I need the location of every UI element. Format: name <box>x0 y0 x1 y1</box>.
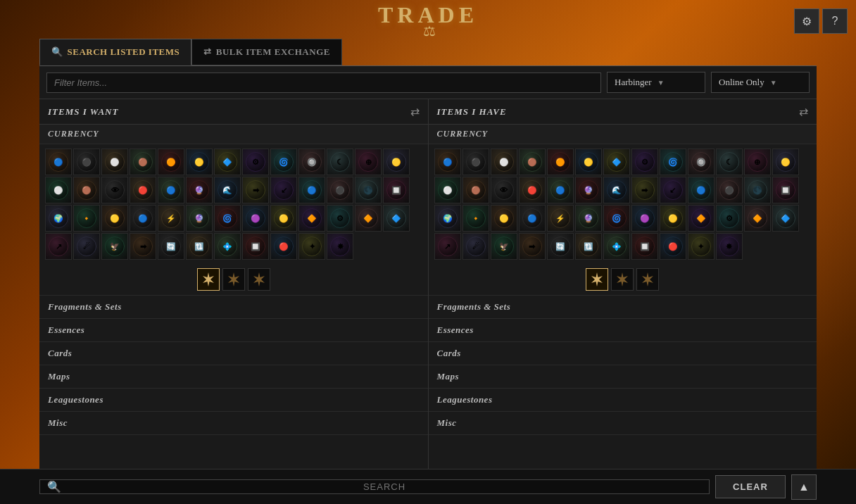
currency-item[interactable]: 🔘 <box>298 149 325 175</box>
currency-item[interactable]: ➡ <box>242 177 269 203</box>
currency-item[interactable]: 💠 <box>214 233 241 260</box>
currency-item[interactable]: ✦ <box>298 233 325 260</box>
currency-item[interactable]: 🟣 <box>631 205 658 232</box>
currency-item[interactable]: ⊕ <box>355 149 382 175</box>
currency-item[interactable]: ➡ <box>631 177 658 203</box>
currency-item[interactable]: 🟡 <box>772 149 799 175</box>
currency-item[interactable]: 🟣 <box>242 205 269 232</box>
currency-item[interactable]: ⚡ <box>158 205 184 232</box>
help-button[interactable]: ? <box>822 8 848 34</box>
currency-item[interactable]: 🟤 <box>130 149 156 175</box>
scroll-top-button[interactable]: ▲ <box>791 474 817 500</box>
currency-item[interactable]: 🌀 <box>214 205 241 232</box>
clear-button[interactable]: Clear <box>715 475 786 498</box>
currency-item[interactable]: 🔃 <box>575 233 602 260</box>
currency-item[interactable]: 🌍 <box>45 205 72 232</box>
currency-item[interactable]: 🔮 <box>186 177 213 203</box>
currency-item[interactable]: 🟡 <box>491 205 517 232</box>
left-cat-fragments[interactable]: Fragments & Sets <box>39 296 428 319</box>
left-pager-dot[interactable] <box>197 268 220 291</box>
currency-item[interactable]: 🔮 <box>575 177 602 203</box>
currency-item[interactable]: ⚪ <box>101 149 128 175</box>
currency-item[interactable]: ☾ <box>327 149 353 175</box>
currency-item[interactable]: ✦ <box>688 233 715 260</box>
right-cat-cards[interactable]: Cards <box>429 342 817 365</box>
left-swap-icon[interactable]: ⇄ <box>410 105 420 118</box>
currency-item[interactable]: 🟠 <box>547 149 574 175</box>
currency-item[interactable]: 🔶 <box>298 205 325 232</box>
currency-item[interactable]: ✸ <box>716 233 743 260</box>
currency-item[interactable]: ⚪ <box>434 177 461 203</box>
currency-item[interactable]: 🔸 <box>462 205 489 232</box>
currency-item[interactable]: 🔄 <box>547 233 574 260</box>
filter-input[interactable] <box>46 73 601 93</box>
currency-item[interactable]: 🔶 <box>744 205 771 232</box>
currency-item[interactable]: 💠 <box>603 233 630 260</box>
currency-item[interactable]: 🔲 <box>772 177 799 203</box>
currency-item[interactable]: 🌀 <box>603 205 630 232</box>
currency-item[interactable]: ⚙ <box>327 205 353 232</box>
left-cat-maps[interactable]: Maps <box>39 365 428 389</box>
currency-item[interactable]: 🟠 <box>158 149 184 175</box>
search-input[interactable] <box>67 481 702 492</box>
currency-item[interactable]: 🌊 <box>214 177 241 203</box>
settings-button[interactable]: ⚙ <box>794 8 819 34</box>
currency-item[interactable]: 🟡 <box>575 149 602 175</box>
currency-item[interactable]: ↗ <box>434 233 461 260</box>
currency-item[interactable]: ↙ <box>660 177 686 203</box>
currency-item[interactable]: ➡ <box>519 233 546 260</box>
right-swap-icon[interactable]: ⇄ <box>799 105 808 118</box>
league-dropdown[interactable]: Harbinger ▼ <box>607 72 705 93</box>
left-cat-cards[interactable]: Cards <box>39 342 428 365</box>
left-pager-dot[interactable] <box>222 268 245 291</box>
currency-item[interactable]: ☾ <box>716 149 743 175</box>
currency-item[interactable]: 🟤 <box>73 177 100 203</box>
currency-item[interactable]: 🔲 <box>242 233 269 260</box>
currency-item[interactable]: ⚙ <box>716 205 743 232</box>
currency-item[interactable]: 🔴 <box>130 177 156 203</box>
currency-item[interactable]: ☄ <box>73 233 100 260</box>
currency-item[interactable]: 🔵 <box>130 205 156 232</box>
left-cat-leaguestones[interactable]: Leaguestones <box>39 389 428 412</box>
tab-search-listed-items[interactable]: 🔍 Search Listed Items <box>39 39 191 65</box>
left-pager-dot[interactable] <box>248 268 270 291</box>
currency-item[interactable]: 🔷 <box>603 149 630 175</box>
currency-item[interactable]: 🔮 <box>186 205 213 232</box>
currency-item[interactable]: 🟡 <box>270 205 297 232</box>
currency-item[interactable]: 🔵 <box>547 177 574 203</box>
currency-item[interactable]: 🦅 <box>101 233 128 260</box>
currency-item[interactable]: 🔘 <box>688 149 715 175</box>
currency-item[interactable]: 🟡 <box>186 149 213 175</box>
currency-item[interactable]: 🔶 <box>355 205 382 232</box>
right-cat-essences[interactable]: Essences <box>429 319 817 342</box>
currency-item[interactable]: 🦅 <box>491 233 517 260</box>
currency-item[interactable]: 🌑 <box>744 177 771 203</box>
currency-item[interactable]: ⚪ <box>45 177 72 203</box>
currency-item[interactable]: 🔸 <box>73 205 100 232</box>
currency-item[interactable]: 🌊 <box>603 177 630 203</box>
currency-item[interactable]: 👁 <box>491 177 517 203</box>
currency-item[interactable]: 🌀 <box>660 149 686 175</box>
tab-bulk-item-exchange[interactable]: ⇄ Bulk Item Exchange <box>191 39 342 65</box>
right-cat-fragments[interactable]: Fragments & Sets <box>429 296 817 319</box>
currency-item[interactable]: ✸ <box>327 233 353 260</box>
currency-item[interactable]: ⚫ <box>716 177 743 203</box>
currency-item[interactable]: 🌑 <box>355 177 382 203</box>
currency-item[interactable]: ⊕ <box>744 149 771 175</box>
left-cat-essences[interactable]: Essences <box>39 319 428 342</box>
currency-item[interactable]: ⚫ <box>73 149 100 175</box>
currency-item[interactable]: 🔵 <box>688 177 715 203</box>
currency-item[interactable]: ➡ <box>130 233 156 260</box>
currency-item[interactable]: 🔲 <box>631 233 658 260</box>
currency-item[interactable]: 🔷 <box>772 205 799 232</box>
currency-item[interactable]: ⚙ <box>631 149 658 175</box>
online-dropdown[interactable]: Online Only ▼ <box>711 72 810 93</box>
right-cat-maps[interactable]: Maps <box>429 365 817 389</box>
currency-item[interactable]: 🌍 <box>434 205 461 232</box>
currency-item[interactable]: 🔮 <box>575 205 602 232</box>
currency-item[interactable]: 🟤 <box>462 177 489 203</box>
currency-item[interactable]: 🟤 <box>519 149 546 175</box>
currency-item[interactable]: ⚪ <box>491 149 517 175</box>
currency-item[interactable]: 🟡 <box>101 205 128 232</box>
currency-item[interactable]: ⚫ <box>462 149 489 175</box>
